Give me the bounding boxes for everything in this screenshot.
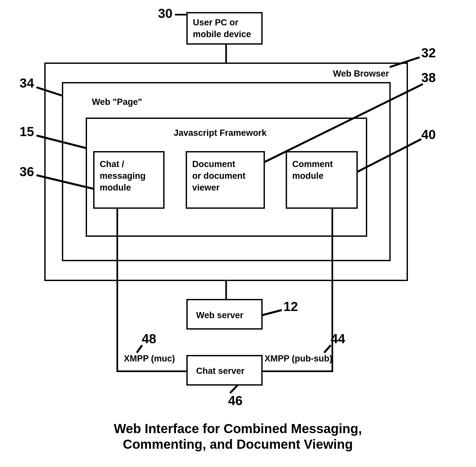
leader-46: [230, 385, 238, 393]
ref-36: 36: [20, 164, 34, 179]
ref-38: 38: [421, 70, 436, 85]
ref-15: 15: [20, 124, 34, 139]
web-browser-label: Web Browser: [333, 69, 389, 78]
leader-12: [262, 310, 282, 315]
chat-module-l1: Chat /: [100, 159, 124, 169]
comment-module-l2: module: [292, 171, 324, 181]
leader-44: [324, 345, 331, 353]
diagram-title-l2: Commenting, and Document Viewing: [123, 437, 353, 451]
ref-32: 32: [421, 46, 436, 60]
comment-module-l1: Comment: [292, 159, 333, 169]
user-pc-label-l2: mobile device: [193, 29, 251, 39]
ref-46: 46: [228, 393, 243, 408]
diagram-title-l1: Web Interface for Combined Messaging,: [114, 421, 362, 436]
ref-40: 40: [421, 127, 436, 142]
web-page-label: Web "Page": [92, 97, 142, 107]
web-server-label: Web server: [196, 310, 244, 320]
xmpp-pubsub-label: XMPP (pub-sub): [265, 354, 332, 363]
leader-48: [137, 345, 142, 353]
chat-module-l3: module: [100, 183, 131, 192]
chat-module-l2: messaging: [100, 171, 146, 181]
ref-12: 12: [283, 299, 298, 314]
ref-34: 34: [20, 76, 34, 90]
xmpp-muc-label: XMPP (muc): [124, 354, 175, 363]
chat-server-label: Chat server: [196, 366, 245, 376]
ref-44: 44: [331, 332, 345, 346]
js-framework-label: Javascript Framework: [174, 128, 267, 138]
doc-viewer-l2: or document: [192, 171, 246, 181]
user-pc-label-l1: User PC or: [193, 18, 238, 27]
doc-viewer-l1: Document: [192, 159, 235, 169]
doc-viewer-l3: viewer: [192, 183, 220, 192]
ref-30: 30: [158, 6, 173, 21]
ref-48: 48: [142, 332, 156, 346]
